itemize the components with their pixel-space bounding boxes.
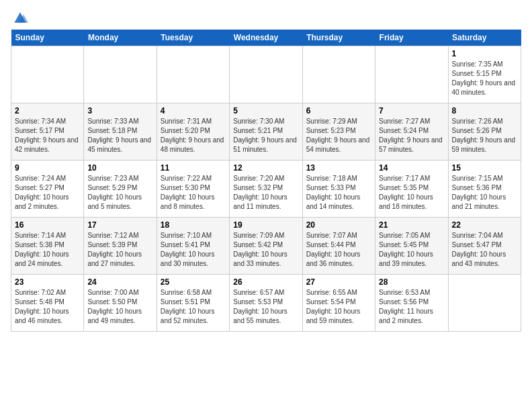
page-header — [11, 11, 521, 24]
calendar-header-thursday: Thursday — [302, 30, 375, 46]
day-number: 4 — [161, 106, 226, 116]
calendar-header-monday: Monday — [84, 30, 157, 46]
day-info: Sunrise: 7:33 AM Sunset: 5:18 PM Dayligh… — [87, 117, 152, 154]
day-info: Sunrise: 7:30 AM Sunset: 5:21 PM Dayligh… — [233, 117, 298, 154]
calendar-cell: 23Sunrise: 7:02 AM Sunset: 5:48 PM Dayli… — [11, 275, 84, 332]
day-number: 23 — [15, 277, 80, 287]
calendar-cell — [84, 46, 157, 103]
calendar-cell: 9Sunrise: 7:24 AM Sunset: 5:27 PM Daylig… — [11, 161, 84, 218]
calendar-cell: 3Sunrise: 7:33 AM Sunset: 5:18 PM Daylig… — [84, 103, 157, 161]
calendar-header-sunday: Sunday — [11, 30, 84, 46]
calendar-cell — [157, 46, 229, 103]
day-number: 12 — [233, 163, 298, 173]
day-number: 18 — [161, 220, 226, 230]
day-number: 8 — [452, 106, 517, 116]
day-number: 6 — [306, 106, 371, 116]
day-info: Sunrise: 7:02 AM Sunset: 5:48 PM Dayligh… — [15, 288, 80, 326]
calendar-cell: 17Sunrise: 7:12 AM Sunset: 5:39 PM Dayli… — [84, 218, 157, 275]
calendar-week-row: 16Sunrise: 7:14 AM Sunset: 5:38 PM Dayli… — [11, 218, 521, 275]
day-info: Sunrise: 7:20 AM Sunset: 5:32 PM Dayligh… — [233, 174, 298, 212]
day-number: 25 — [161, 277, 226, 287]
calendar-cell: 28Sunrise: 6:53 AM Sunset: 5:56 PM Dayli… — [375, 275, 448, 332]
calendar-header-wednesday: Wednesday — [230, 30, 302, 46]
day-number: 11 — [161, 163, 226, 173]
day-info: Sunrise: 7:04 AM Sunset: 5:47 PM Dayligh… — [452, 231, 517, 269]
calendar-week-row: 1Sunrise: 7:35 AM Sunset: 5:15 PM Daylig… — [11, 46, 521, 103]
calendar-week-row: 9Sunrise: 7:24 AM Sunset: 5:27 PM Daylig… — [11, 161, 521, 218]
calendar-cell — [448, 275, 521, 332]
day-info: Sunrise: 7:10 AM Sunset: 5:41 PM Dayligh… — [161, 231, 226, 269]
logo — [11, 11, 28, 24]
day-info: Sunrise: 7:35 AM Sunset: 5:15 PM Dayligh… — [452, 60, 517, 97]
calendar-cell: 26Sunrise: 6:57 AM Sunset: 5:53 PM Dayli… — [230, 275, 302, 332]
day-number: 28 — [379, 277, 444, 287]
day-number: 13 — [306, 163, 371, 173]
calendar-cell: 5Sunrise: 7:30 AM Sunset: 5:21 PM Daylig… — [230, 103, 302, 161]
calendar-week-row: 23Sunrise: 7:02 AM Sunset: 5:48 PM Dayli… — [11, 275, 521, 332]
day-number: 16 — [15, 220, 80, 230]
calendar-cell: 7Sunrise: 7:27 AM Sunset: 5:24 PM Daylig… — [375, 103, 448, 161]
day-info: Sunrise: 6:57 AM Sunset: 5:53 PM Dayligh… — [233, 288, 298, 326]
day-info: Sunrise: 7:15 AM Sunset: 5:36 PM Dayligh… — [452, 174, 517, 212]
day-number: 1 — [452, 49, 517, 58]
calendar-cell: 14Sunrise: 7:17 AM Sunset: 5:35 PM Dayli… — [375, 161, 448, 218]
day-number: 9 — [15, 163, 80, 173]
day-info: Sunrise: 6:58 AM Sunset: 5:51 PM Dayligh… — [161, 288, 226, 326]
calendar-header-friday: Friday — [375, 30, 448, 46]
day-info: Sunrise: 7:00 AM Sunset: 5:50 PM Dayligh… — [87, 288, 152, 326]
calendar-cell — [230, 46, 302, 103]
day-number: 3 — [87, 106, 152, 116]
day-info: Sunrise: 7:18 AM Sunset: 5:33 PM Dayligh… — [306, 174, 371, 212]
day-info: Sunrise: 7:24 AM Sunset: 5:27 PM Dayligh… — [15, 174, 80, 212]
calendar-cell — [375, 46, 448, 103]
day-info: Sunrise: 7:23 AM Sunset: 5:29 PM Dayligh… — [87, 174, 152, 212]
calendar-cell: 12Sunrise: 7:20 AM Sunset: 5:32 PM Dayli… — [230, 161, 302, 218]
day-number: 5 — [233, 106, 298, 116]
day-number: 7 — [379, 106, 444, 116]
logo-icon — [12, 11, 28, 24]
day-info: Sunrise: 6:55 AM Sunset: 5:54 PM Dayligh… — [306, 288, 371, 326]
day-number: 2 — [15, 106, 80, 116]
day-info: Sunrise: 7:26 AM Sunset: 5:26 PM Dayligh… — [452, 117, 517, 154]
day-info: Sunrise: 7:09 AM Sunset: 5:42 PM Dayligh… — [233, 231, 298, 269]
day-number: 24 — [87, 277, 152, 287]
calendar-cell: 10Sunrise: 7:23 AM Sunset: 5:29 PM Dayli… — [84, 161, 157, 218]
calendar-cell: 16Sunrise: 7:14 AM Sunset: 5:38 PM Dayli… — [11, 218, 84, 275]
calendar-cell: 8Sunrise: 7:26 AM Sunset: 5:26 PM Daylig… — [448, 103, 521, 161]
day-info: Sunrise: 7:07 AM Sunset: 5:44 PM Dayligh… — [306, 231, 371, 269]
calendar-cell: 20Sunrise: 7:07 AM Sunset: 5:44 PM Dayli… — [302, 218, 375, 275]
calendar-header-saturday: Saturday — [448, 30, 521, 46]
day-info: Sunrise: 7:29 AM Sunset: 5:23 PM Dayligh… — [306, 117, 371, 154]
day-info: Sunrise: 7:31 AM Sunset: 5:20 PM Dayligh… — [161, 117, 226, 154]
day-number: 21 — [379, 220, 444, 230]
calendar-week-row: 2Sunrise: 7:34 AM Sunset: 5:17 PM Daylig… — [11, 103, 521, 161]
calendar-cell: 4Sunrise: 7:31 AM Sunset: 5:20 PM Daylig… — [157, 103, 229, 161]
calendar-cell: 19Sunrise: 7:09 AM Sunset: 5:42 PM Dayli… — [230, 218, 302, 275]
calendar-cell: 21Sunrise: 7:05 AM Sunset: 5:45 PM Dayli… — [375, 218, 448, 275]
day-info: Sunrise: 7:14 AM Sunset: 5:38 PM Dayligh… — [15, 231, 80, 269]
calendar-cell: 22Sunrise: 7:04 AM Sunset: 5:47 PM Dayli… — [448, 218, 521, 275]
day-info: Sunrise: 7:12 AM Sunset: 5:39 PM Dayligh… — [87, 231, 152, 269]
day-number: 26 — [233, 277, 298, 287]
day-info: Sunrise: 7:17 AM Sunset: 5:35 PM Dayligh… — [379, 174, 444, 212]
calendar-header-tuesday: Tuesday — [157, 30, 229, 46]
calendar-cell: 11Sunrise: 7:22 AM Sunset: 5:30 PM Dayli… — [157, 161, 229, 218]
day-info: Sunrise: 7:22 AM Sunset: 5:30 PM Dayligh… — [161, 174, 226, 212]
day-number: 20 — [306, 220, 371, 230]
calendar-cell: 13Sunrise: 7:18 AM Sunset: 5:33 PM Dayli… — [302, 161, 375, 218]
calendar-header-row: SundayMondayTuesdayWednesdayThursdayFrid… — [11, 30, 521, 46]
day-number: 27 — [306, 277, 371, 287]
calendar-cell — [11, 46, 84, 103]
day-number: 15 — [452, 163, 517, 173]
calendar-cell: 24Sunrise: 7:00 AM Sunset: 5:50 PM Dayli… — [84, 275, 157, 332]
day-number: 10 — [87, 163, 152, 173]
calendar-cell: 2Sunrise: 7:34 AM Sunset: 5:17 PM Daylig… — [11, 103, 84, 161]
calendar-cell: 25Sunrise: 6:58 AM Sunset: 5:51 PM Dayli… — [157, 275, 229, 332]
calendar-cell: 6Sunrise: 7:29 AM Sunset: 5:23 PM Daylig… — [302, 103, 375, 161]
calendar-cell: 1Sunrise: 7:35 AM Sunset: 5:15 PM Daylig… — [448, 46, 521, 103]
calendar-cell: 15Sunrise: 7:15 AM Sunset: 5:36 PM Dayli… — [448, 161, 521, 218]
day-info: Sunrise: 7:27 AM Sunset: 5:24 PM Dayligh… — [379, 117, 444, 154]
day-info: Sunrise: 7:34 AM Sunset: 5:17 PM Dayligh… — [15, 117, 80, 154]
calendar-cell: 18Sunrise: 7:10 AM Sunset: 5:41 PM Dayli… — [157, 218, 229, 275]
day-number: 17 — [87, 220, 152, 230]
